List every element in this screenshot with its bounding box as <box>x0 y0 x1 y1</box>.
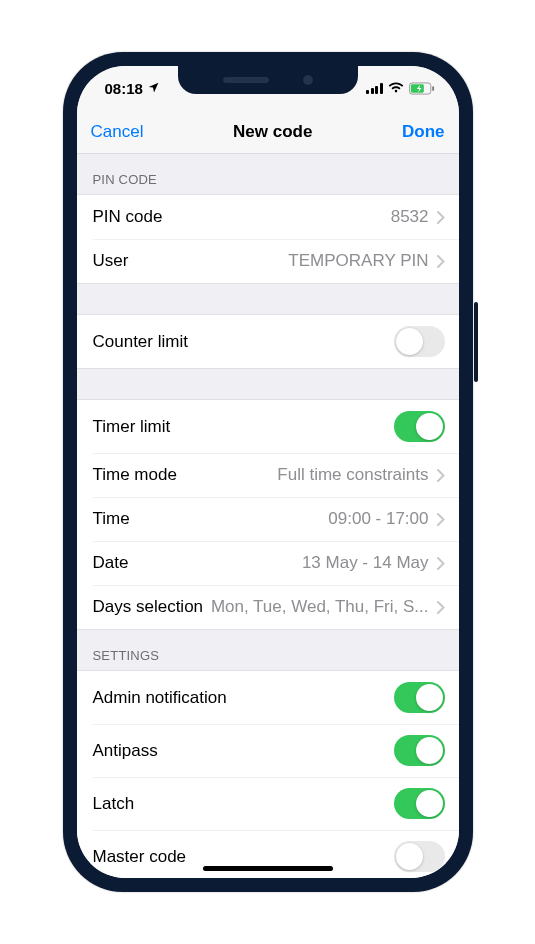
chevron-right-icon <box>437 513 445 526</box>
page-title: New code <box>233 122 312 142</box>
row-date[interactable]: Date 13 May - 14 May <box>77 541 459 585</box>
section-header-settings: SETTINGS <box>77 630 459 670</box>
row-user[interactable]: User TEMPORARY PIN <box>77 239 459 283</box>
nav-bar: Cancel New code Done <box>77 110 459 154</box>
pin-code-value: 8532 <box>391 207 429 227</box>
latch-label: Latch <box>93 794 135 814</box>
row-antipass: Antipass <box>77 724 459 777</box>
admin-notification-switch[interactable] <box>394 682 445 713</box>
pin-code-label: PIN code <box>93 207 163 227</box>
chevron-right-icon <box>437 557 445 570</box>
time-mode-label: Time mode <box>93 465 177 485</box>
time-mode-value: Full time constraints <box>277 465 428 485</box>
latch-switch[interactable] <box>394 788 445 819</box>
date-value: 13 May - 14 May <box>302 553 429 573</box>
days-value: Mon, Tue, Wed, Thu, Fri, S... <box>211 597 429 617</box>
svg-rect-2 <box>432 86 434 91</box>
section-header-pin: PIN CODE <box>77 154 459 194</box>
screen: 08:18 Cancel New code Done PIN CODE <box>77 66 459 878</box>
antipass-label: Antipass <box>93 741 158 761</box>
master-code-label: Master code <box>93 847 187 867</box>
timer-limit-switch[interactable] <box>394 411 445 442</box>
date-label: Date <box>93 553 129 573</box>
counter-limit-switch[interactable] <box>394 326 445 357</box>
user-label: User <box>93 251 129 271</box>
row-time[interactable]: Time 09:00 - 17:00 <box>77 497 459 541</box>
chevron-right-icon <box>437 211 445 224</box>
user-value: TEMPORARY PIN <box>288 251 428 271</box>
chevron-right-icon <box>437 255 445 268</box>
chevron-right-icon <box>437 601 445 614</box>
battery-icon <box>409 82 435 95</box>
cancel-button[interactable]: Cancel <box>91 122 144 142</box>
master-code-switch[interactable] <box>394 841 445 872</box>
time-value: 09:00 - 17:00 <box>328 509 428 529</box>
wifi-icon <box>388 82 404 94</box>
timer-limit-label: Timer limit <box>93 417 171 437</box>
cellular-icon <box>366 83 383 94</box>
row-pin-code[interactable]: PIN code 8532 <box>77 195 459 239</box>
row-time-mode[interactable]: Time mode Full time constraints <box>77 453 459 497</box>
row-latch: Latch <box>77 777 459 830</box>
chevron-right-icon <box>437 469 445 482</box>
days-label: Days selection <box>93 597 204 617</box>
row-admin-notification: Admin notification <box>77 671 459 724</box>
antipass-switch[interactable] <box>394 735 445 766</box>
done-button[interactable]: Done <box>402 122 445 142</box>
notch <box>178 66 358 94</box>
phone-frame: 08:18 Cancel New code Done PIN CODE <box>63 52 473 892</box>
row-days[interactable]: Days selection Mon, Tue, Wed, Thu, Fri, … <box>77 585 459 629</box>
admin-notification-label: Admin notification <box>93 688 227 708</box>
time-label: Time <box>93 509 130 529</box>
counter-limit-label: Counter limit <box>93 332 188 352</box>
home-indicator[interactable] <box>203 866 333 871</box>
location-icon <box>147 80 160 97</box>
status-time: 08:18 <box>105 80 143 97</box>
row-timer-limit: Timer limit <box>77 400 459 453</box>
row-counter-limit: Counter limit <box>77 315 459 368</box>
